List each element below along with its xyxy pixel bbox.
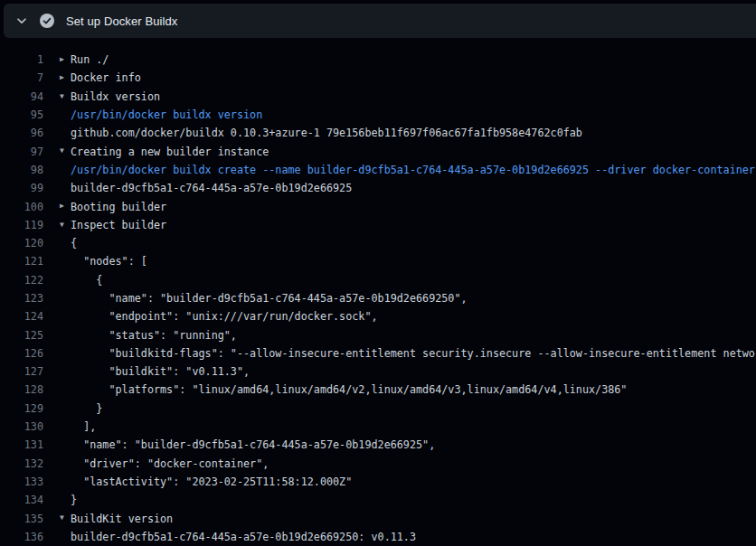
group-title[interactable]: BuildKit version xyxy=(71,513,756,525)
log-line: 130 ], xyxy=(0,418,756,436)
log-line: 134} xyxy=(0,491,756,509)
line-number[interactable]: 100 xyxy=(0,201,43,213)
command-text: /usr/bin/docker buildx create --name bui… xyxy=(71,164,756,176)
log-line: 123 "name": "builder-d9cfb5a1-c764-445a-… xyxy=(0,289,756,307)
line-number[interactable]: 123 xyxy=(0,292,43,305)
log-text: "buildkit": "v0.11.3", xyxy=(71,365,756,378)
line-number[interactable]: 1 xyxy=(0,53,43,66)
line-number[interactable]: 121 xyxy=(0,255,43,268)
line-number[interactable]: 128 xyxy=(0,383,43,396)
check-circle-icon xyxy=(40,14,54,28)
group-title[interactable]: Booting builder xyxy=(71,201,756,213)
line-number[interactable]: 125 xyxy=(0,329,43,342)
log-line: 127 "buildkit": "v0.11.3", xyxy=(0,362,756,381)
group-expanded-triangle-icon[interactable]: ▼ xyxy=(60,142,71,160)
line-number[interactable]: 119 xyxy=(0,219,43,231)
group-collapsed-triangle-icon[interactable]: ▶ xyxy=(60,197,71,215)
log-line: 1▶Run ./ xyxy=(0,51,756,69)
line-number[interactable]: 133 xyxy=(0,475,43,488)
step-header[interactable]: Set up Docker Buildx xyxy=(4,4,756,38)
line-number[interactable]: 97 xyxy=(0,146,43,158)
log-line: 98/usr/bin/docker buildx create --name b… xyxy=(0,161,756,179)
log-text: "platforms": "linux/amd64,linux/amd64/v2… xyxy=(71,383,756,396)
step-title: Set up Docker Buildx xyxy=(66,14,177,28)
log-text: "buildkitd-flags": "--allow-insecure-ent… xyxy=(71,347,756,360)
chevron-down-icon[interactable] xyxy=(15,14,28,27)
group-collapsed-triangle-icon[interactable]: ▶ xyxy=(60,51,71,69)
group-expanded-triangle-icon[interactable]: ▼ xyxy=(60,88,71,106)
line-number[interactable]: 122 xyxy=(0,274,43,287)
log-line: 100▶Booting builder xyxy=(0,197,756,215)
log-line: 94▼Buildx version xyxy=(0,88,756,106)
log-text: "nodes": [ xyxy=(71,255,756,268)
log-text: "driver": "docker-container", xyxy=(71,457,756,470)
log-line: 121 "nodes": [ xyxy=(0,252,756,270)
line-number[interactable]: 126 xyxy=(0,347,43,360)
log-line: 97▼Creating a new builder instance xyxy=(0,142,756,160)
command-text: /usr/bin/docker buildx version xyxy=(71,108,756,121)
group-title[interactable]: Inspect builder xyxy=(71,219,756,231)
log-text: builder-d9cfb5a1-c764-445a-a57e-0b19d2e6… xyxy=(71,182,756,194)
log-line: 136builder-d9cfb5a1-c764-445a-a57e-0b19d… xyxy=(0,528,756,546)
line-number[interactable]: 134 xyxy=(0,494,43,506)
log-text: builder-d9cfb5a1-c764-445a-a57e-0b19d2e6… xyxy=(71,531,756,543)
line-number[interactable]: 124 xyxy=(0,310,43,323)
log-text: "name": "builder-d9cfb5a1-c764-445a-a57e… xyxy=(71,292,756,305)
log-line: 120{ xyxy=(0,234,756,252)
workflow-step-log: Set up Docker Buildx 1▶Run ./7▶Docker in… xyxy=(0,0,756,546)
group-title[interactable]: Buildx version xyxy=(71,90,756,103)
line-number[interactable]: 120 xyxy=(0,237,43,249)
log-line: 131 "name": "builder-d9cfb5a1-c764-445a-… xyxy=(0,436,756,454)
log-line: 7▶Docker info xyxy=(0,69,756,87)
log-line: 133 "lastActivity": "2023-02-25T11:58:12… xyxy=(0,473,756,491)
log-line: 132 "driver": "docker-container", xyxy=(0,455,756,473)
log-text: } xyxy=(71,494,756,506)
log-line: 135▼BuildKit version xyxy=(0,509,756,527)
line-number[interactable]: 131 xyxy=(0,438,43,451)
log-text: github.com/docker/buildx 0.10.3+azure-1 … xyxy=(71,127,756,139)
log-text: "endpoint": "unix:///var/run/docker.sock… xyxy=(71,310,756,323)
log-line: 95/usr/bin/docker buildx version xyxy=(0,106,756,124)
log-line: 96github.com/docker/buildx 0.10.3+azure-… xyxy=(0,124,756,142)
line-number[interactable]: 7 xyxy=(0,71,43,84)
line-number[interactable]: 135 xyxy=(0,513,43,525)
log-text: ], xyxy=(71,420,756,433)
log-text: "name": "builder-d9cfb5a1-c764-445a-a57e… xyxy=(71,438,756,451)
group-expanded-triangle-icon[interactable]: ▼ xyxy=(60,216,71,234)
group-expanded-triangle-icon[interactable]: ▼ xyxy=(60,509,71,527)
log-line: 128 "platforms": "linux/amd64,linux/amd6… xyxy=(0,381,756,399)
line-number[interactable]: 95 xyxy=(0,108,43,121)
log-line: 122 { xyxy=(0,271,756,289)
group-collapsed-triangle-icon[interactable]: ▶ xyxy=(60,69,71,87)
log-text: { xyxy=(71,274,756,287)
log-text: "status": "running", xyxy=(71,329,756,342)
log-line: 99builder-d9cfb5a1-c764-445a-a57e-0b19d2… xyxy=(0,179,756,197)
group-title[interactable]: Docker info xyxy=(71,71,756,84)
line-number[interactable]: 96 xyxy=(0,127,43,139)
line-number[interactable]: 136 xyxy=(0,531,43,543)
line-number[interactable]: 130 xyxy=(0,420,43,433)
log-line: 129 } xyxy=(0,400,756,418)
line-number[interactable]: 99 xyxy=(0,182,43,194)
log-line: 119▼Inspect builder xyxy=(0,216,756,234)
line-number[interactable]: 132 xyxy=(0,457,43,470)
line-number[interactable]: 98 xyxy=(0,164,43,176)
line-number[interactable]: 94 xyxy=(0,90,43,103)
group-title[interactable]: Run ./ xyxy=(71,53,756,66)
log-lines: 1▶Run ./7▶Docker info94▼Buildx version95… xyxy=(0,38,756,546)
log-line: 124 "endpoint": "unix:///var/run/docker.… xyxy=(0,307,756,325)
log-text: } xyxy=(71,402,756,415)
log-text: { xyxy=(71,237,756,249)
group-title[interactable]: Creating a new builder instance xyxy=(71,146,756,158)
log-line: 126 "buildkitd-flags": "--allow-insecure… xyxy=(0,344,756,362)
line-number[interactable]: 127 xyxy=(0,365,43,378)
log-line: 125 "status": "running", xyxy=(0,325,756,344)
line-number[interactable]: 129 xyxy=(0,402,43,415)
log-text: "lastActivity": "2023-02-25T11:58:12.000… xyxy=(71,475,756,488)
